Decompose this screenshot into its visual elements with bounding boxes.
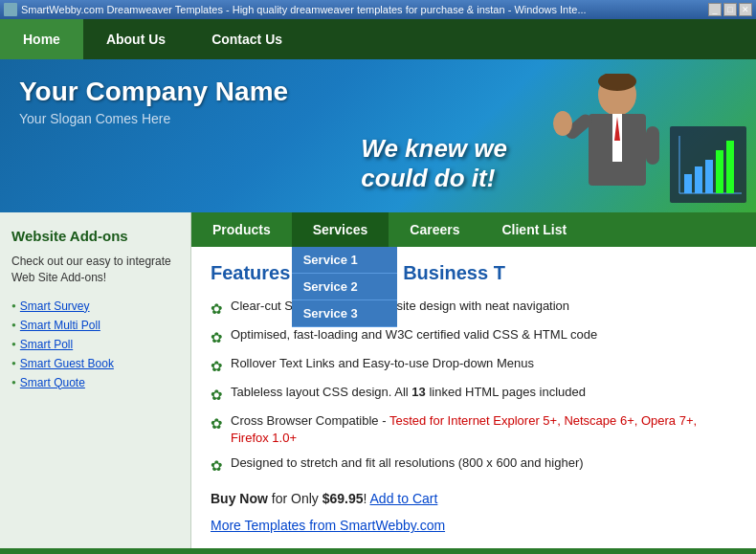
person-svg <box>545 74 660 212</box>
maximize-button[interactable]: □ <box>723 3 737 16</box>
company-name: Your Company Name <box>19 77 288 107</box>
sidebar: Website Add-ons Check out our easy to in… <box>0 212 191 548</box>
feature-text-2: Optimised, fast-loading and W3C certifie… <box>231 326 597 343</box>
bullet-icon: ✿ <box>211 299 223 319</box>
sidebar-link-quote[interactable]: Smart Quote <box>20 376 85 389</box>
dropdown-service1[interactable]: Service 1 <box>292 247 397 274</box>
buy-now-label: Buy Now <box>211 491 268 506</box>
price-suffix: ! <box>364 491 370 506</box>
sidebar-links: Smart Survey Smart Multi Poll Smart Poll… <box>11 299 179 389</box>
feature-item-5: ✿ Cross Browser Compatible - Tested for … <box>211 412 737 447</box>
sidebar-link-multipoll[interactable]: Smart Multi Poll <box>20 319 100 332</box>
list-item: Smart Guest Book <box>11 357 179 370</box>
footer: Copyright © www.yourcompanyname.com - Al… <box>0 548 756 554</box>
feature-item-2: ✿ Optimised, fast-loading and W3C certif… <box>211 326 737 347</box>
chart-svg <box>670 126 746 203</box>
title-bar-text: SmartWebby.com Dreamweaver Templates - H… <box>21 4 587 15</box>
bullet-icon: ✿ <box>211 385 223 405</box>
slogan: Your Slogan Comes Here <box>19 111 288 126</box>
bullet-icon: ✿ <box>211 327 223 347</box>
list-item: Smart Quote <box>11 376 179 389</box>
topnav-home[interactable]: Home <box>0 19 83 59</box>
svg-rect-14 <box>716 150 723 193</box>
nav-services[interactable]: Services Service 1 Service 2 Service 3 <box>292 212 389 247</box>
title-bar: SmartWebby.com Dreamweaver Templates - H… <box>0 0 756 19</box>
feature-item-6: ✿ Designed to stretch and fit all resolu… <box>211 454 737 476</box>
feature-item-3: ✿ Rollover Text Links and Easy-to-use Dr… <box>211 355 737 376</box>
svg-rect-13 <box>705 160 713 193</box>
nav-clientlist[interactable]: Client List <box>480 212 588 247</box>
feature-text-5: Cross Browser Compatible - Tested for In… <box>231 412 737 447</box>
topnav-contact[interactable]: Contact Us <box>189 19 305 59</box>
topnav-about[interactable]: About Us <box>83 19 189 59</box>
svg-point-6 <box>553 111 572 136</box>
feature-list: ✿ Clear-cut Smart business website desig… <box>211 298 737 476</box>
buy-now-for: for Only <box>268 491 322 506</box>
feature-text-1: Clear-cut Smart business website design … <box>231 298 569 315</box>
list-item: Smart Multi Poll <box>11 319 179 332</box>
sidebar-link-guestbook[interactable]: Smart Guest Book <box>20 357 114 370</box>
sidebar-description: Check out our easy to integrate Web Site… <box>11 254 179 286</box>
list-item: Smart Poll <box>11 338 179 351</box>
svg-rect-11 <box>684 174 692 193</box>
services-dropdown: Service 1 Service 2 Service 3 <box>292 247 397 327</box>
main-container: Website Add-ons Check out our easy to in… <box>0 212 756 548</box>
dropdown-service2[interactable]: Service 2 <box>292 274 397 300</box>
header-person-image <box>526 69 679 212</box>
right-panel: Products Services Service 1 Service 2 Se… <box>191 212 756 548</box>
feature-text-4: Tableless layout CSS design. All 13 link… <box>231 384 586 401</box>
compat-text: Tested for Internet Explorer 5+, Netscap… <box>231 413 697 445</box>
feature-text-6: Designed to stretch and fit all resoluti… <box>231 454 584 472</box>
buy-now-section: Buy Now for Only $69.95! Add to Cart <box>211 491 737 506</box>
header-tagline: We knew we could do it! <box>361 134 507 193</box>
header-text-block: Your Company Name Your Slogan Comes Here <box>19 77 288 126</box>
svg-rect-12 <box>695 166 702 193</box>
add-to-cart-link[interactable]: Add to Cart <box>370 491 438 506</box>
more-templates-link[interactable]: More Templates from SmartWebby.com <box>211 518 445 533</box>
browser-icon <box>4 3 17 16</box>
svg-rect-15 <box>726 141 734 193</box>
content-title: Features of this CSS Business T <box>211 262 737 284</box>
feature-text-3: Rollover Text Links and Easy-to-use Drop… <box>231 355 534 372</box>
main-nav: Products Services Service 1 Service 2 Se… <box>191 212 756 247</box>
more-templates-section: More Templates from SmartWebby.com <box>211 518 737 533</box>
bullet-icon: ✿ <box>211 413 223 433</box>
header-chart <box>670 126 746 203</box>
header-banner: Your Company Name Your Slogan Comes Here… <box>0 59 756 212</box>
nav-careers[interactable]: Careers <box>389 212 480 247</box>
close-button[interactable]: ✕ <box>739 3 752 16</box>
content-area: Features of this CSS Business T ✿ Clear-… <box>191 247 756 548</box>
sidebar-link-survey[interactable]: Smart Survey <box>20 299 90 313</box>
dropdown-service3[interactable]: Service 3 <box>292 300 397 327</box>
bullet-icon: ✿ <box>211 356 223 376</box>
minimize-button[interactable]: _ <box>708 3 722 16</box>
svg-rect-7 <box>646 126 659 165</box>
feature-item-1: ✿ Clear-cut Smart business website desig… <box>211 298 737 319</box>
feature-bold-number: 13 <box>411 385 425 399</box>
sidebar-title: Website Add-ons <box>11 228 179 244</box>
price: $69.95 <box>322 491 364 506</box>
feature-item-4: ✿ Tableless layout CSS design. All 13 li… <box>211 384 737 405</box>
nav-products[interactable]: Products <box>191 212 292 247</box>
sidebar-link-poll[interactable]: Smart Poll <box>20 338 73 351</box>
site-topnav: Home About Us Contact Us <box>0 19 756 59</box>
bullet-icon: ✿ <box>211 455 223 476</box>
list-item: Smart Survey <box>11 299 179 313</box>
